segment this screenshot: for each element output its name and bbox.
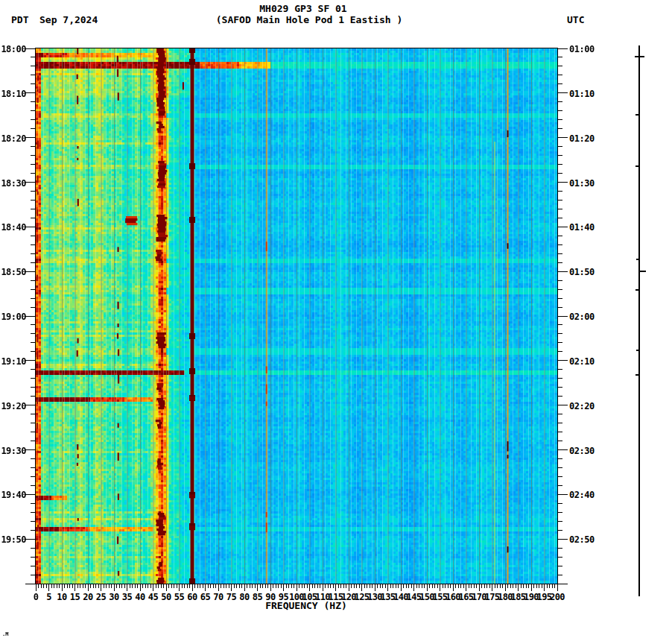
time-minor-tick-left — [31, 351, 35, 352]
freq-major-tick — [36, 584, 37, 591]
freq-minor-tick — [302, 584, 302, 588]
freq-minor-tick — [437, 584, 438, 588]
freq-minor-tick — [372, 584, 373, 588]
freq-minor-tick — [150, 584, 151, 588]
time-minor-tick-left — [31, 66, 35, 66]
freq-minor-tick — [267, 584, 268, 588]
freq-minor-tick — [98, 584, 99, 588]
time-major-tick-left — [25, 271, 35, 272]
utc-time-label: 01:40 — [569, 222, 595, 233]
freq-minor-tick — [145, 584, 146, 588]
freq-minor-tick — [77, 584, 78, 588]
freq-minor-tick — [260, 584, 261, 588]
freq-minor-tick — [359, 584, 360, 588]
freq-major-tick — [114, 584, 115, 591]
time-minor-tick-right — [558, 351, 562, 352]
time-minor-tick-right — [558, 485, 562, 486]
pdt-time-label: 18:40 — [0, 222, 26, 233]
time-major-tick-right — [558, 137, 568, 138]
freq-minor-tick — [458, 584, 459, 588]
time-major-tick-right — [558, 584, 568, 584]
time-minor-tick-left — [31, 75, 35, 75]
time-minor-tick-right — [558, 101, 562, 102]
freq-minor-tick — [38, 584, 39, 588]
time-minor-tick-right — [558, 155, 562, 156]
freq-minor-tick — [364, 584, 365, 588]
time-minor-tick-left — [31, 503, 35, 504]
freq-minor-tick — [236, 584, 237, 588]
time-minor-tick-right — [558, 164, 562, 165]
freq-minor-tick — [210, 584, 211, 588]
time-minor-tick-right — [558, 200, 562, 201]
time-minor-tick-right — [558, 173, 562, 174]
freq-minor-tick — [132, 584, 133, 588]
freq-minor-tick — [542, 584, 542, 588]
freq-major-tick — [557, 584, 558, 591]
freq-label: 200 — [550, 592, 565, 602]
freq-major-tick — [387, 584, 388, 591]
freq-minor-tick — [182, 584, 183, 588]
freq-label: 25 — [96, 592, 106, 602]
time-major-tick-left — [25, 227, 35, 227]
freq-minor-tick — [291, 584, 292, 588]
time-major-tick-right — [558, 227, 568, 227]
freq-minor-tick — [135, 584, 136, 588]
time-minor-tick-right — [558, 324, 562, 325]
time-major-tick-right — [558, 271, 568, 272]
freq-minor-tick — [241, 584, 242, 588]
freq-major-tick — [427, 584, 428, 591]
freq-minor-tick — [142, 584, 143, 588]
trace-baseline — [638, 45, 640, 596]
freq-label: 60 — [187, 592, 197, 602]
freq-minor-tick — [346, 584, 346, 588]
time-major-tick-right — [558, 316, 568, 317]
freq-major-tick — [375, 584, 375, 591]
freq-minor-tick — [224, 584, 224, 588]
freq-minor-tick — [434, 584, 435, 588]
freq-minor-tick — [320, 584, 320, 588]
freq-minor-tick — [333, 584, 334, 588]
freq-minor-tick — [382, 584, 383, 588]
pdt-time-label: 19:40 — [0, 490, 26, 500]
utc-time-label: 02:00 — [569, 312, 595, 322]
freq-minor-tick — [312, 584, 313, 588]
trace-tick — [636, 350, 639, 351]
time-minor-tick-right — [558, 503, 562, 504]
pdt-time-label: 18:20 — [0, 133, 26, 144]
time-minor-tick-left — [31, 575, 35, 575]
time-minor-tick-right — [558, 378, 562, 379]
freq-minor-tick — [239, 584, 240, 588]
frequency-axis-title: FREQUENCY (HZ) — [265, 600, 347, 611]
freq-minor-tick — [252, 584, 253, 588]
freq-minor-tick — [536, 584, 537, 588]
time-minor-tick-right — [558, 75, 562, 75]
freq-minor-tick — [171, 584, 172, 588]
freq-minor-tick — [104, 584, 104, 588]
freq-label: 20 — [83, 592, 92, 602]
freq-minor-tick — [330, 584, 331, 588]
freq-major-tick — [505, 584, 506, 591]
time-minor-tick-left — [31, 414, 35, 414]
time-minor-tick-right — [558, 467, 562, 468]
freq-minor-tick — [106, 584, 107, 588]
freq-minor-tick — [526, 584, 527, 588]
time-minor-tick-right — [558, 236, 562, 236]
time-minor-tick-right — [558, 369, 562, 370]
time-major-tick-left — [25, 449, 35, 450]
freq-minor-tick — [137, 584, 138, 588]
time-minor-tick-left — [31, 262, 35, 263]
freq-major-tick — [218, 584, 219, 591]
freq-label: 5 — [46, 592, 51, 602]
freq-minor-tick — [411, 584, 412, 588]
date-label: Sep 7,2024 — [39, 14, 98, 25]
freq-minor-tick — [547, 584, 548, 588]
time-minor-tick-right — [558, 414, 562, 414]
time-major-tick-right — [558, 405, 568, 405]
spectrogram-page: PDT Sep 7,2024 MH029 GP3 SF 01 (SAFOD Ma… — [0, 0, 672, 644]
time-major-tick-left — [25, 48, 35, 49]
freq-label: 40 — [135, 592, 145, 602]
freq-minor-tick — [377, 584, 378, 588]
freq-minor-tick — [429, 584, 430, 588]
time-minor-tick-right — [558, 575, 562, 575]
time-minor-tick-right — [558, 83, 562, 84]
